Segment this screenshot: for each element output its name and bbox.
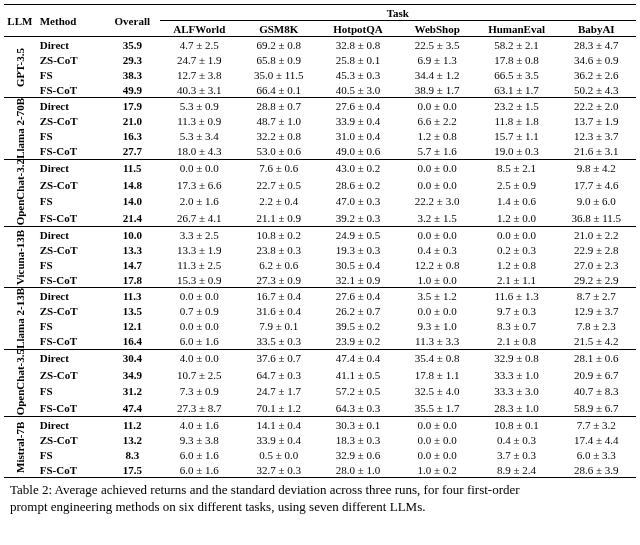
value-cell: 21.5 ± 4.2 bbox=[557, 334, 636, 350]
method-cell: FS-CoT bbox=[36, 272, 105, 288]
table-row: FS14.711.3 ± 2.56.2 ± 0.630.5 ± 0.412.2 … bbox=[4, 257, 636, 272]
value-cell: 64.3 ± 0.3 bbox=[318, 400, 397, 417]
table-row: FS-CoT17.815.3 ± 0.927.3 ± 0.932.1 ± 0.9… bbox=[4, 272, 636, 288]
value-cell: 23.8 ± 0.3 bbox=[239, 242, 318, 257]
value-cell: 9.3 ± 3.8 bbox=[160, 432, 240, 447]
method-cell: Direct bbox=[36, 227, 105, 243]
value-cell: 11.3 ± 3.3 bbox=[398, 334, 477, 350]
value-cell: 48.7 ± 1.0 bbox=[239, 113, 318, 128]
overall-cell: 11.3 bbox=[105, 288, 159, 304]
value-cell: 0.4 ± 0.3 bbox=[398, 242, 477, 257]
value-cell: 6.6 ± 2.2 bbox=[398, 113, 477, 128]
value-cell: 0.0 ± 0.0 bbox=[398, 417, 477, 433]
table-row: FS12.10.0 ± 0.07.9 ± 0.139.5 ± 0.29.3 ± … bbox=[4, 319, 636, 334]
table-row: Llama 2-70BDirect17.95.3 ± 0.928.8 ± 0.7… bbox=[4, 98, 636, 114]
overall-cell: 11.2 bbox=[105, 417, 159, 433]
llm-label: Llama 2-70B bbox=[4, 98, 36, 160]
value-cell: 34.4 ± 1.2 bbox=[398, 67, 477, 82]
overall-cell: 16.4 bbox=[105, 334, 159, 350]
value-cell: 24.7 ± 1.7 bbox=[239, 383, 318, 400]
value-cell: 21.0 ± 2.2 bbox=[557, 227, 636, 243]
value-cell: 28.0 ± 1.0 bbox=[318, 462, 397, 478]
value-cell: 8.5 ± 2.1 bbox=[477, 159, 557, 176]
value-cell: 37.6 ± 0.7 bbox=[239, 349, 318, 366]
overall-cell: 30.4 bbox=[105, 349, 159, 366]
value-cell: 11.6 ± 1.3 bbox=[477, 288, 557, 304]
value-cell: 0.0 ± 0.0 bbox=[160, 319, 240, 334]
table-row: FS-CoT21.426.7 ± 4.121.1 ± 0.939.2 ± 0.3… bbox=[4, 210, 636, 227]
value-cell: 1.2 ± 0.8 bbox=[398, 128, 477, 143]
value-cell: 49.0 ± 0.6 bbox=[318, 144, 397, 160]
value-cell: 24.9 ± 0.5 bbox=[318, 227, 397, 243]
overall-cell: 17.8 bbox=[105, 272, 159, 288]
method-cell: FS bbox=[36, 67, 105, 82]
value-cell: 13.7 ± 1.9 bbox=[557, 113, 636, 128]
method-cell: ZS-CoT bbox=[36, 176, 105, 193]
table-container: LLM Method Overall Task ALFWorld GSM8K H… bbox=[4, 4, 636, 515]
value-cell: 27.3 ± 0.9 bbox=[239, 272, 318, 288]
value-cell: 3.2 ± 1.5 bbox=[398, 210, 477, 227]
value-cell: 10.8 ± 0.1 bbox=[477, 417, 557, 433]
value-cell: 28.1 ± 0.6 bbox=[557, 349, 636, 366]
method-cell: FS bbox=[36, 193, 105, 210]
value-cell: 0.4 ± 0.3 bbox=[477, 432, 557, 447]
value-cell: 22.2 ± 3.0 bbox=[398, 193, 477, 210]
value-cell: 1.0 ± 0.0 bbox=[398, 272, 477, 288]
col-header-llm: LLM bbox=[4, 5, 36, 37]
value-cell: 35.0 ± 11.5 bbox=[239, 67, 318, 82]
value-cell: 40.7 ± 8.3 bbox=[557, 383, 636, 400]
method-cell: ZS-CoT bbox=[36, 113, 105, 128]
col-header-alfworld: ALFWorld bbox=[160, 21, 240, 37]
table-row: FS-CoT27.718.0 ± 4.353.0 ± 0.649.0 ± 0.6… bbox=[4, 144, 636, 160]
method-cell: Direct bbox=[36, 98, 105, 114]
value-cell: 5.3 ± 3.4 bbox=[160, 128, 240, 143]
value-cell: 3.5 ± 1.2 bbox=[398, 288, 477, 304]
value-cell: 12.2 ± 0.8 bbox=[398, 257, 477, 272]
value-cell: 33.9 ± 0.4 bbox=[318, 113, 397, 128]
value-cell: 58.9 ± 6.7 bbox=[557, 400, 636, 417]
value-cell: 32.2 ± 0.8 bbox=[239, 128, 318, 143]
value-cell: 27.6 ± 0.4 bbox=[318, 98, 397, 114]
overall-cell: 8.3 bbox=[105, 447, 159, 462]
value-cell: 18.0 ± 4.3 bbox=[160, 144, 240, 160]
value-cell: 32.8 ± 0.8 bbox=[318, 37, 397, 53]
table-row: ZS-CoT29.324.7 ± 1.965.8 ± 0.925.8 ± 0.1… bbox=[4, 52, 636, 67]
value-cell: 0.0 ± 0.0 bbox=[477, 227, 557, 243]
value-cell: 47.4 ± 0.4 bbox=[318, 349, 397, 366]
value-cell: 0.0 ± 0.0 bbox=[398, 227, 477, 243]
value-cell: 33.3 ± 3.0 bbox=[477, 383, 557, 400]
col-header-hotpotqa: HotpotQA bbox=[318, 21, 397, 37]
value-cell: 9.7 ± 0.3 bbox=[477, 303, 557, 318]
value-cell: 35.5 ± 1.7 bbox=[398, 400, 477, 417]
col-header-method: Method bbox=[36, 5, 105, 37]
value-cell: 9.8 ± 4.2 bbox=[557, 159, 636, 176]
llm-label: Llama 2-13B bbox=[4, 288, 36, 350]
value-cell: 17.7 ± 4.6 bbox=[557, 176, 636, 193]
value-cell: 0.0 ± 0.0 bbox=[398, 447, 477, 462]
llm-label: Vicuna-13B bbox=[4, 227, 36, 288]
value-cell: 6.0 ± 1.6 bbox=[160, 462, 240, 478]
value-cell: 31.0 ± 0.4 bbox=[318, 128, 397, 143]
value-cell: 69.2 ± 0.8 bbox=[239, 37, 318, 53]
value-cell: 1.2 ± 0.8 bbox=[477, 257, 557, 272]
value-cell: 0.0 ± 0.0 bbox=[160, 159, 240, 176]
value-cell: 57.2 ± 0.5 bbox=[318, 383, 397, 400]
value-cell: 39.5 ± 0.2 bbox=[318, 319, 397, 334]
value-cell: 40.3 ± 3.1 bbox=[160, 82, 240, 98]
value-cell: 70.1 ± 1.2 bbox=[239, 400, 318, 417]
value-cell: 2.0 ± 1.6 bbox=[160, 193, 240, 210]
method-cell: FS bbox=[36, 257, 105, 272]
value-cell: 12.9 ± 3.7 bbox=[557, 303, 636, 318]
value-cell: 26.2 ± 0.7 bbox=[318, 303, 397, 318]
value-cell: 39.2 ± 0.3 bbox=[318, 210, 397, 227]
method-cell: FS-CoT bbox=[36, 144, 105, 160]
value-cell: 2.1 ± 1.1 bbox=[477, 272, 557, 288]
value-cell: 28.3 ± 4.7 bbox=[557, 37, 636, 53]
overall-cell: 21.4 bbox=[105, 210, 159, 227]
method-cell: ZS-CoT bbox=[36, 303, 105, 318]
table-row: ZS-CoT13.29.3 ± 3.833.9 ± 0.418.3 ± 0.30… bbox=[4, 432, 636, 447]
value-cell: 33.5 ± 0.3 bbox=[239, 334, 318, 350]
value-cell: 9.0 ± 6.0 bbox=[557, 193, 636, 210]
value-cell: 30.5 ± 0.4 bbox=[318, 257, 397, 272]
table-row: FS8.36.0 ± 1.60.5 ± 0.032.9 ± 0.60.0 ± 0… bbox=[4, 447, 636, 462]
